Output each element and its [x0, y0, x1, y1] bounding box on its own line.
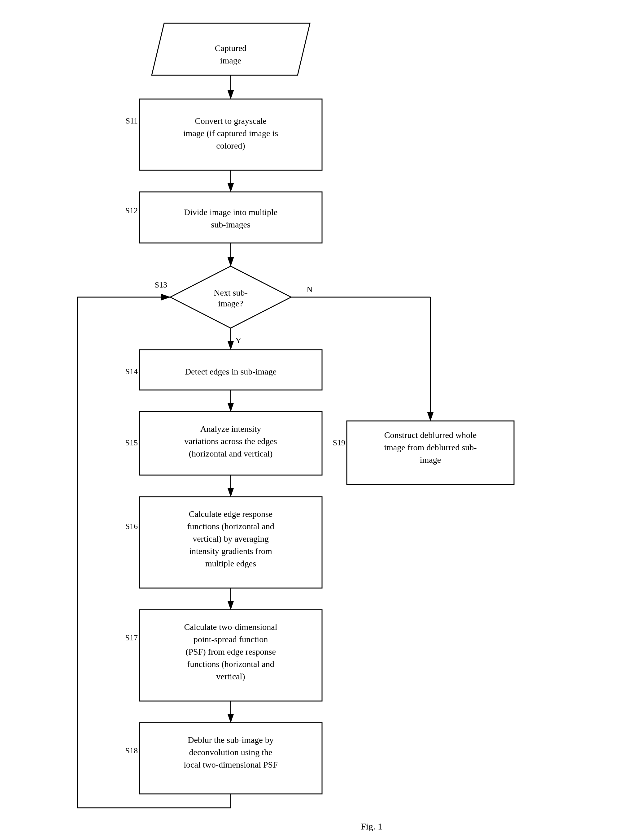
s19-node: S19 Construct deblurred whole image from… [333, 421, 514, 484]
s19-text1: Construct deblurred whole [384, 430, 477, 440]
s12-node: S12 Divide image into multiple sub-image… [126, 192, 322, 243]
s17-text1: Calculate two-dimensional [184, 622, 278, 632]
s17-text2: point-spread function [193, 635, 268, 644]
s17-text5: vertical) [216, 672, 245, 681]
s12-label: S12 [126, 206, 138, 215]
s16-text2: functions (horizontal and [187, 522, 274, 531]
s15-label: S15 [126, 438, 138, 447]
s15-text1: Analyze intensity [200, 424, 261, 434]
s17-text4: functions (horizontal and [187, 659, 274, 669]
n-label: N [307, 285, 313, 294]
s19-label: S19 [333, 438, 345, 447]
s14-text: Detect edges in sub-image [185, 367, 276, 376]
s11-label: S11 [126, 116, 138, 125]
s19-text2: image from deblurred sub- [384, 442, 477, 452]
flowchart-diagram: Captured image S11 Convert to grayscale … [0, 0, 623, 840]
s13-text2: image? [218, 299, 243, 308]
s16-text5: multiple edges [205, 558, 256, 568]
s13-node: S13 Next sub- image? [155, 266, 291, 328]
captured-image-label2: image [220, 56, 241, 65]
svg-rect-9 [139, 723, 322, 794]
s16-text1: Calculate edge response [189, 509, 273, 519]
s17-text3: (PSF) from edge response [186, 647, 276, 656]
s13-text1: Next sub- [214, 288, 248, 297]
s18-text3: local two-dimensional PSF [184, 760, 278, 770]
s19-text3: image [420, 455, 441, 465]
s18-node: S18 Deblur the sub-image by deconvolutio… [126, 723, 322, 794]
s14-label: S14 [126, 367, 138, 376]
s12-text2: sub-images [211, 220, 250, 230]
s16-text4: intensity gradients from [189, 546, 272, 556]
s13-label: S13 [155, 280, 167, 289]
captured-image-label: Captured [215, 43, 247, 53]
s15-text3: (horizontal and vertical) [189, 449, 273, 458]
s11-text1: Convert to grayscale [195, 116, 267, 125]
captured-image-node: Captured image [152, 23, 310, 75]
svg-rect-3 [139, 192, 322, 243]
s14-node: S14 Detect edges in sub-image [126, 350, 322, 390]
s18-label: S18 [126, 746, 138, 755]
s16-node: S16 Calculate edge response functions (h… [126, 497, 322, 588]
s16-text3: vertical) by averaging [193, 534, 269, 543]
s12-text1: Divide image into multiple [184, 207, 278, 217]
s17-label: S17 [126, 633, 138, 642]
s18-text1: Deblur the sub-image by [188, 735, 274, 745]
s15-node: S15 Analyze intensity variations across … [126, 412, 322, 475]
y-label: Y [236, 336, 241, 345]
s18-text2: deconvolution using the [189, 747, 272, 757]
s17-node: S17 Calculate two-dimensional point-spre… [126, 610, 322, 701]
s11-text3: colored) [216, 141, 245, 150]
s11-node: S11 Convert to grayscale image (if captu… [126, 99, 322, 170]
figure-label: Fig. 1 [361, 821, 382, 831]
s16-label: S16 [126, 522, 138, 531]
s15-text2: variations across the edges [184, 436, 277, 446]
s11-text2: image (if captured image is [183, 129, 278, 138]
